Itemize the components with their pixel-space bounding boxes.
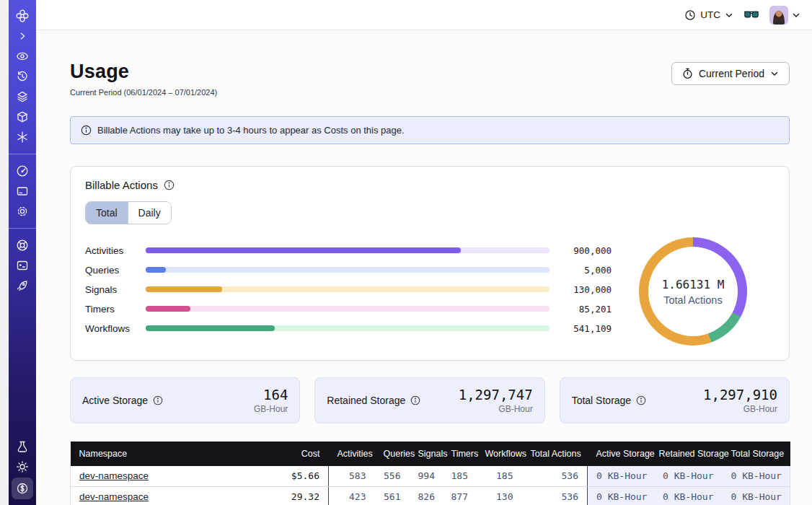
page-title: Usage bbox=[70, 61, 217, 83]
sidebar-divider bbox=[9, 228, 36, 229]
usage-meter-icon[interactable] bbox=[12, 162, 33, 180]
stopwatch-icon bbox=[682, 68, 693, 79]
col-total-storage: Total Storage bbox=[723, 442, 790, 466]
active-storage-card: Active Storage 164 GB-Hour bbox=[70, 377, 300, 423]
retained-storage-value: 1,297,747 bbox=[459, 387, 533, 403]
total-storage-cell: 0 KB-Hour bbox=[723, 486, 790, 505]
col-active-storage: Active Storage bbox=[588, 442, 650, 466]
namespace-usage-table: Namespace Cost Activities Queries Signal… bbox=[70, 442, 790, 505]
col-namespace: Namespace bbox=[71, 442, 275, 466]
bar-label: Workflows bbox=[85, 323, 146, 334]
topbar: UTC bbox=[36, 0, 812, 30]
workflows-cell: 185 bbox=[477, 466, 522, 486]
col-retained-storage: Retained Storage bbox=[650, 442, 723, 466]
layers-icon[interactable] bbox=[12, 87, 33, 106]
getting-started-rocket-icon[interactable] bbox=[12, 276, 33, 295]
total-actions-value: 1.66131 M bbox=[662, 278, 725, 291]
main-content: Usage Current Period (06/01/2024 – 07/01… bbox=[36, 30, 812, 505]
usage-dollar-icon[interactable] bbox=[12, 478, 33, 499]
col-queries: Queries bbox=[375, 442, 410, 466]
queries-cell: 556 bbox=[375, 466, 410, 486]
chevron-down-icon bbox=[725, 11, 733, 19]
expand-chevron-icon[interactable] bbox=[12, 27, 33, 45]
sidebar-divider bbox=[9, 154, 36, 154]
period-button-label: Current Period bbox=[699, 68, 764, 79]
billable-actions-chart: Activities 900,000 Queries 5,000 Signals… bbox=[85, 237, 775, 346]
user-menu[interactable] bbox=[769, 6, 800, 25]
queries-cell: 561 bbox=[375, 486, 410, 505]
retained-storage-cell: 0 KB-Hour bbox=[650, 466, 723, 486]
table-header-row: Namespace Cost Activities Queries Signal… bbox=[71, 442, 790, 466]
period-selector-button[interactable]: Current Period bbox=[671, 62, 790, 85]
info-icon[interactable] bbox=[636, 395, 646, 405]
deployments-cube-icon[interactable] bbox=[12, 107, 33, 126]
tab-total[interactable]: Total bbox=[86, 202, 128, 224]
theme-sun-icon[interactable] bbox=[12, 457, 33, 476]
total-actions-donut: 1.66131 M Total Actions bbox=[639, 237, 747, 346]
namespace-link[interactable]: dev-namespace bbox=[79, 491, 149, 502]
activities-cell: 423 bbox=[329, 486, 375, 505]
total-actions-cell: 536 bbox=[522, 486, 588, 505]
table-row: dev-namespace $5.66 583 556 994 185 185 … bbox=[71, 466, 790, 486]
info-icon[interactable] bbox=[153, 395, 163, 405]
billable-view-tabs: Total Daily bbox=[85, 201, 172, 224]
user-avatar bbox=[769, 6, 788, 25]
info-icon[interactable] bbox=[410, 395, 420, 405]
active-storage-label: Active Storage bbox=[82, 395, 148, 406]
timers-cell: 877 bbox=[443, 486, 477, 505]
total-storage-card: Total Storage 1,297,910 GB-Hour bbox=[560, 377, 790, 423]
bar-value: 900,000 bbox=[561, 245, 612, 256]
tab-daily[interactable]: Daily bbox=[128, 202, 171, 224]
clock-icon bbox=[684, 9, 696, 21]
retained-storage-label: Retained Storage bbox=[327, 395, 405, 406]
info-icon[interactable] bbox=[164, 180, 175, 190]
terminal-icon[interactable] bbox=[12, 256, 33, 275]
col-workflows: Workflows bbox=[477, 442, 522, 466]
retained-storage-unit: GB-Hour bbox=[459, 404, 533, 414]
timers-bar bbox=[146, 306, 550, 312]
retained-storage-cell: 0 KB-Hour bbox=[650, 486, 723, 505]
bar-label: Queries bbox=[85, 265, 146, 276]
timezone-dropdown[interactable]: UTC bbox=[684, 9, 733, 21]
history-icon[interactable] bbox=[12, 67, 33, 86]
active-storage-cell: 0 KB-Hour bbox=[588, 466, 650, 486]
bar-value: 541,109 bbox=[561, 323, 612, 334]
feedback-glasses-icon[interactable] bbox=[743, 9, 759, 21]
chevron-down-icon bbox=[770, 69, 779, 78]
activities-bar bbox=[146, 247, 550, 253]
active-storage-unit: GB-Hour bbox=[254, 404, 288, 414]
bar-row-workflows: Workflows 541,109 bbox=[85, 321, 612, 336]
namespace-link[interactable]: dev-namespace bbox=[79, 470, 149, 481]
billable-actions-title: Billable Actions bbox=[85, 179, 158, 191]
bar-label: Timers bbox=[85, 304, 146, 315]
bar-label: Signals bbox=[85, 284, 146, 295]
total-storage-label: Total Storage bbox=[572, 395, 632, 406]
col-timers: Timers bbox=[443, 442, 477, 466]
cost-cell: $5.66 bbox=[275, 466, 329, 486]
billable-actions-card: Billable Actions Total Daily Activities … bbox=[70, 166, 790, 361]
bar-row-timers: Timers 85,201 bbox=[85, 302, 612, 317]
settings-gear-icon[interactable] bbox=[12, 202, 33, 221]
bar-value: 85,201 bbox=[561, 304, 612, 315]
page-subtitle: Current Period (06/01/2024 – 07/01/2024) bbox=[70, 88, 217, 97]
labs-flask-icon[interactable] bbox=[12, 437, 33, 456]
signals-cell: 826 bbox=[410, 486, 443, 505]
info-banner-text: Billable Actions may take up to 3-4 hour… bbox=[97, 125, 405, 136]
total-storage-value: 1,297,910 bbox=[703, 387, 777, 403]
billing-card-icon[interactable] bbox=[12, 182, 33, 201]
bar-label: Activities bbox=[85, 245, 146, 256]
temporal-logo-icon[interactable] bbox=[12, 6, 33, 25]
activities-cell: 583 bbox=[329, 466, 375, 486]
support-lifebuoy-icon[interactable] bbox=[12, 236, 33, 255]
chevron-down-icon bbox=[792, 11, 800, 19]
namespaces-icon[interactable] bbox=[12, 47, 33, 66]
total-storage-unit: GB-Hour bbox=[703, 404, 777, 414]
col-cost: Cost bbox=[275, 442, 329, 466]
col-activities: Activities bbox=[329, 442, 375, 466]
workflows-bar bbox=[146, 325, 550, 331]
signals-cell: 994 bbox=[410, 466, 443, 486]
storage-cards-row: Active Storage 164 GB-Hour Retained Stor… bbox=[70, 377, 790, 423]
nexus-asterisk-icon[interactable] bbox=[12, 128, 33, 146]
info-banner: Billable Actions may take up to 3-4 hour… bbox=[70, 116, 790, 144]
workflows-cell: 130 bbox=[477, 486, 522, 505]
